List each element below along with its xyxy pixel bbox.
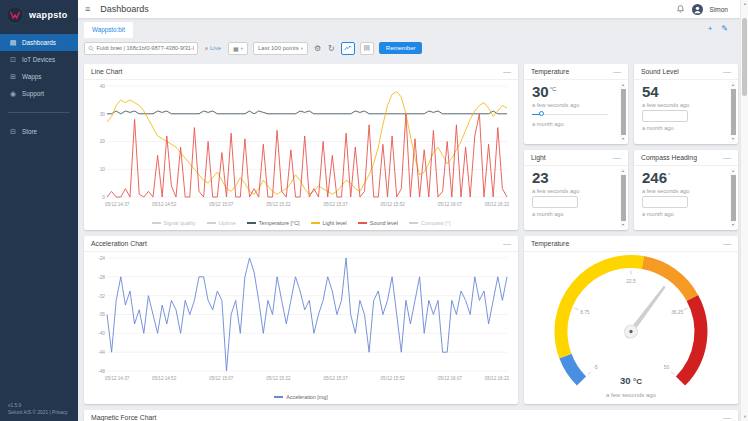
- svg-text:05/12 14:52: 05/12 14:52: [152, 376, 177, 381]
- brand-area[interactable]: wappsto: [0, 0, 78, 30]
- add-dashboard-icon[interactable]: +: [708, 25, 713, 33]
- copyright[interactable]: Seluxit A/S © 2021 | Privacy: [8, 409, 68, 417]
- value-input[interactable]: [642, 196, 688, 208]
- device-search[interactable]: [84, 42, 198, 55]
- card-header: Temperature —: [524, 64, 628, 80]
- legend-item[interactable]: Uptime: [207, 220, 236, 226]
- scroll-up-icon[interactable]: ▴: [741, 0, 748, 8]
- line-chart-view-toggle[interactable]: [341, 42, 355, 55]
- card-body: 54 a few seconds ago a month ago: [634, 80, 738, 144]
- sidebar-item-label: Dashboards: [22, 39, 56, 46]
- collapse-icon[interactable]: —: [613, 154, 621, 162]
- collapse-icon[interactable]: —: [723, 414, 731, 421]
- svg-text:-44: -44: [98, 350, 105, 355]
- legend-item[interactable]: Light level: [311, 220, 347, 226]
- scrollbar-thumb[interactable]: [621, 175, 626, 221]
- line-chart-card: Line Chart — 01020304005/12 14:3705/12 1…: [84, 64, 518, 230]
- menu-icon[interactable]: ≡: [85, 4, 90, 14]
- svg-text:10: 10: [100, 167, 106, 172]
- scroll-up-icon[interactable]: ▴: [730, 168, 736, 174]
- collapse-icon[interactable]: —: [503, 68, 511, 76]
- svg-text:-5: -5: [593, 365, 598, 370]
- settings-gear-icon[interactable]: ⚙: [313, 44, 322, 53]
- light-value-card: Light — 23 a few seconds ago a month ago…: [524, 150, 628, 230]
- value-display: 246°: [642, 170, 730, 186]
- live-toggle[interactable]: Live: [205, 45, 221, 51]
- avatar[interactable]: [692, 4, 703, 15]
- svg-text:05/12 16:22: 05/12 16:22: [485, 376, 510, 381]
- compass-heading-value-card: Compass Heading — 246° a few seconds ago…: [634, 150, 738, 230]
- support-icon: ◉: [9, 90, 17, 98]
- scrollbar-thumb[interactable]: [731, 89, 736, 135]
- collapse-icon[interactable]: —: [723, 154, 731, 162]
- user-name[interactable]: Simon: [710, 6, 728, 13]
- scroll-up-icon[interactable]: ▴: [620, 82, 626, 88]
- slider-knob[interactable]: [539, 111, 544, 116]
- collapse-icon[interactable]: —: [503, 240, 511, 248]
- svg-text:05/12 16:22: 05/12 16:22: [485, 202, 510, 207]
- value-number: 30: [532, 83, 549, 100]
- value-input[interactable]: [642, 110, 688, 122]
- legend-item[interactable]: Compass [°]: [409, 220, 450, 226]
- svg-text:0: 0: [102, 195, 105, 200]
- legend-swatch-icon: [247, 222, 256, 224]
- search-input[interactable]: [96, 45, 194, 51]
- scroll-down-icon[interactable]: ▾: [730, 222, 736, 228]
- scrollbar-thumb[interactable]: [742, 18, 747, 96]
- sidebar-item-dashboards[interactable]: ▤ Dashboards: [0, 34, 78, 51]
- scroll-down-icon[interactable]: ▾: [620, 136, 626, 142]
- acceleration-chart-card: Acceleration Chart — -24-28-32-36-40-44-…: [84, 236, 518, 404]
- refresh-icon[interactable]: ↻: [327, 44, 336, 53]
- edit-dashboard-icon[interactable]: ✎: [721, 25, 728, 33]
- wappsto-logo-icon: [6, 6, 24, 24]
- legend-item[interactable]: Temperature [°C]: [247, 220, 300, 226]
- legend-item[interactable]: Signal quality: [152, 220, 196, 226]
- legend-item[interactable]: Sound level: [358, 220, 398, 226]
- collapse-icon[interactable]: —: [723, 240, 731, 248]
- remember-button[interactable]: Remember: [379, 42, 423, 54]
- scrollbar-thumb[interactable]: [621, 89, 626, 135]
- layout-grid-dropdown[interactable]: ▦ ▾: [228, 42, 248, 55]
- legend-swatch-icon: [274, 396, 283, 398]
- live-label: Live: [210, 45, 221, 51]
- card-title: Temperature: [531, 68, 569, 75]
- table-view-toggle[interactable]: ▤: [360, 42, 374, 55]
- updated-timestamp: a few seconds ago: [532, 102, 620, 108]
- points-dropdown[interactable]: Last 100 points ▾: [253, 42, 308, 55]
- card-title: Line Chart: [91, 68, 122, 75]
- app-root: wappsto ▤ Dashboards ⊡ IoT Devices ⊞ Wap…: [0, 0, 748, 421]
- value-input[interactable]: [532, 196, 578, 208]
- dashboard-actions: + ✎: [708, 25, 728, 33]
- sidebar-nav: ▤ Dashboards ⊡ IoT Devices ⊞ Wapps ◉ Sup…: [0, 34, 78, 140]
- app-version: v1.5.9: [8, 402, 68, 410]
- scroll-down-icon[interactable]: ▾: [730, 136, 736, 142]
- card-header: Temperature —: [524, 236, 738, 252]
- sidebar-item-wapps[interactable]: ⊞ Wapps: [0, 68, 78, 85]
- svg-text:20: 20: [100, 139, 106, 144]
- scroll-down-icon[interactable]: ▾: [741, 413, 748, 421]
- svg-text:-48: -48: [98, 369, 105, 374]
- sound-level-value-card: Sound Level — 54 a few seconds ago a mon…: [634, 64, 738, 144]
- scroll-up-icon[interactable]: ▴: [730, 82, 736, 88]
- scroll-down-icon[interactable]: ▾: [620, 222, 626, 228]
- page-scrollbar: ▴ ▾: [740, 0, 748, 421]
- card-header: Magnetic Force Chart —: [84, 410, 738, 421]
- value-slider[interactable]: [532, 111, 608, 118]
- updated-timestamp: a few seconds ago: [642, 102, 730, 108]
- tab-wappsto-bit[interactable]: Wappsto:bit: [84, 22, 133, 38]
- collapse-icon[interactable]: —: [723, 68, 731, 76]
- chevron-down-icon: ▾: [301, 46, 303, 51]
- sidebar-item-iot-devices[interactable]: ⊡ IoT Devices: [0, 51, 78, 68]
- sidebar-item-support[interactable]: ◉ Support: [0, 85, 78, 102]
- scroll-up-icon[interactable]: ▴: [620, 168, 626, 174]
- card-scrollbar: ▴ ▾: [730, 168, 736, 228]
- svg-text:05/12 15:52: 05/12 15:52: [381, 202, 406, 207]
- svg-text:30: 30: [100, 112, 106, 117]
- scrollbar-thumb[interactable]: [731, 175, 736, 221]
- sidebar-item-store[interactable]: ⊟ Store: [0, 123, 78, 140]
- notifications-bell-icon[interactable]: [676, 4, 685, 14]
- svg-text:-28: -28: [98, 275, 105, 280]
- legend-item[interactable]: Acceleration [mg]: [274, 394, 328, 400]
- collapse-icon[interactable]: —: [613, 68, 621, 76]
- card-scrollbar: ▴ ▾: [730, 82, 736, 142]
